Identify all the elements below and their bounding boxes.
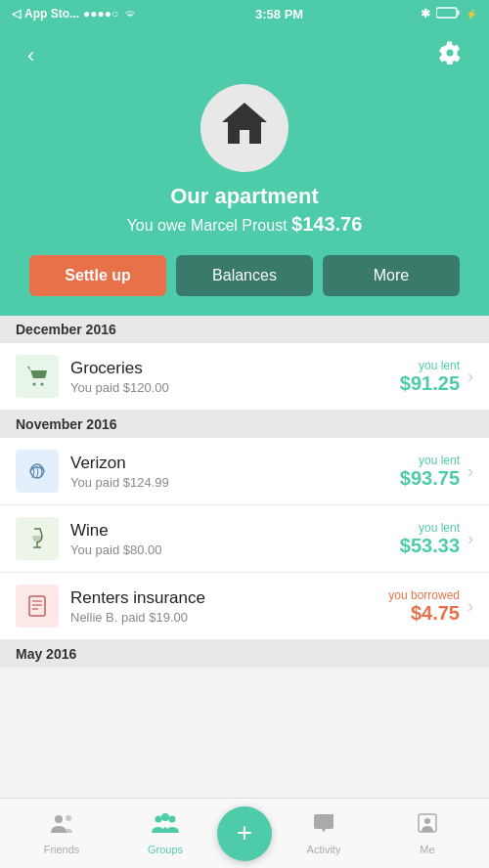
expenses-list: December 2016 Groceries You paid $120.00…	[0, 316, 489, 867]
status-bar: ◁ App Sto... ●●●●○ 3:58 PM ✱ ⚡	[0, 0, 489, 27]
section-november: November 2016	[0, 411, 489, 438]
expense-info: Groceries You paid $120.00	[70, 359, 400, 395]
list-item[interactable]: Renters insurance Nellie B. paid $19.00 …	[0, 573, 489, 640]
svg-point-14	[161, 813, 169, 821]
nav-me[interactable]: Me	[376, 804, 479, 863]
back-button[interactable]: ‹	[20, 39, 42, 72]
groups-label: Groups	[148, 844, 183, 855]
settings-button[interactable]	[430, 37, 469, 74]
expense-info: Wine You paid $80.00	[70, 521, 400, 557]
carrier-label: App Sto...	[24, 7, 79, 21]
svg-point-15	[169, 815, 176, 822]
expense-sub: You paid $80.00	[70, 542, 400, 557]
wine-icon	[16, 517, 59, 560]
activity-label: Activity	[307, 844, 341, 855]
battery-icon	[436, 7, 460, 22]
nav-activity[interactable]: Activity	[272, 804, 376, 863]
expense-sub: You paid $120.00	[70, 380, 400, 395]
status-left: ◁ App Sto... ●●●●○	[12, 7, 138, 22]
expense-name: Wine	[70, 521, 400, 541]
charging-icon: ⚡	[466, 9, 477, 20]
section-may: May 2016	[0, 640, 489, 668]
chevron-right-icon: ›	[467, 461, 473, 482]
svg-point-5	[41, 383, 44, 386]
list-item[interactable]: ))) Verizon You paid $124.99 you lent $9…	[0, 438, 489, 505]
add-expense-button[interactable]: +	[217, 806, 272, 861]
expense-name: Groceries	[70, 359, 400, 378]
chevron-right-icon: ›	[467, 367, 473, 387]
header-nav: ‹	[20, 37, 469, 74]
expense-sub: You paid $124.99	[70, 475, 400, 490]
me-label: Me	[420, 844, 434, 855]
owe-description: You owe Marcel Proust $143.76	[127, 213, 363, 236]
status-right: ✱ ⚡	[421, 7, 477, 22]
me-icon	[417, 812, 438, 840]
plus-icon: +	[237, 819, 252, 846]
balances-button[interactable]: Balances	[176, 255, 313, 296]
section-december: December 2016	[0, 316, 489, 343]
expense-amount: you lent $53.33	[400, 521, 460, 557]
svg-point-12	[66, 815, 71, 821]
svg-point-17	[424, 818, 430, 824]
svg-point-4	[33, 383, 36, 386]
friends-label: Friends	[44, 844, 80, 855]
time-display: 3:58 PM	[255, 7, 303, 22]
settle-up-button[interactable]: Settle up	[29, 255, 166, 296]
svg-rect-1	[457, 10, 459, 15]
list-item[interactable]: Groceries You paid $120.00 you lent $91.…	[0, 343, 489, 411]
svg-rect-7	[29, 596, 45, 616]
expense-amount: you lent $93.75	[400, 454, 460, 490]
group-avatar	[200, 84, 289, 172]
chevron-right-icon: ›	[467, 596, 473, 617]
friends-icon	[49, 812, 74, 840]
svg-marker-3	[222, 103, 267, 144]
expense-info: Verizon You paid $124.99	[70, 454, 400, 490]
activity-icon	[312, 812, 335, 840]
verizon-icon: )))	[16, 450, 59, 493]
groceries-icon	[16, 355, 59, 398]
header: ‹ Our apartment You owe Marcel Proust $1…	[0, 27, 489, 255]
svg-rect-2	[437, 9, 453, 16]
svg-point-11	[55, 815, 63, 823]
insurance-icon	[16, 585, 59, 628]
groups-icon	[151, 812, 180, 840]
signal-dots: ●●●●○	[83, 7, 118, 21]
chevron-right-icon: ›	[467, 529, 473, 549]
nav-friends[interactable]: Friends	[10, 804, 113, 863]
bluetooth-icon: ✱	[421, 7, 430, 21]
expense-amount: you lent $91.25	[400, 359, 460, 395]
group-name: Our apartment	[170, 184, 319, 209]
list-item[interactable]: Wine You paid $80.00 you lent $53.33 ›	[0, 505, 489, 573]
house-icon	[218, 97, 271, 160]
svg-point-13	[156, 815, 162, 822]
back-arrow-status: ◁	[12, 7, 21, 21]
expense-sub: Nellie B. paid $19.00	[70, 610, 388, 625]
expense-amount: you borrowed $4.75	[388, 588, 460, 625]
action-buttons: Settle up Balances More	[0, 255, 489, 316]
expense-name: Renters insurance	[70, 588, 388, 608]
more-button[interactable]: More	[323, 255, 460, 296]
nav-groups[interactable]: Groups	[113, 804, 217, 863]
svg-text:))): )))	[31, 464, 43, 478]
wifi-icon	[122, 7, 138, 22]
expense-info: Renters insurance Nellie B. paid $19.00	[70, 588, 388, 625]
bottom-navigation: Friends Groups + Activity	[0, 798, 489, 868]
expense-name: Verizon	[70, 454, 400, 473]
